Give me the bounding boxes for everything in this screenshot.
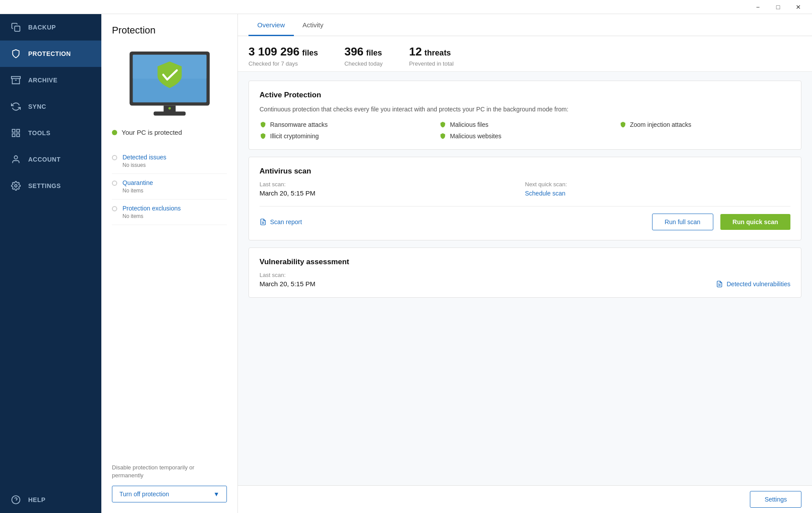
feature-zoom-injection-label: Zoom injection attacks xyxy=(630,121,691,128)
sidebar-item-protection[interactable]: PROTECTION xyxy=(0,41,101,67)
svg-point-16 xyxy=(168,107,171,109)
feature-malicious-websites-label: Malicious websites xyxy=(450,133,501,140)
main-content: Protection xyxy=(101,14,812,513)
sidebar-item-tools[interactable]: TOOLS xyxy=(0,120,101,146)
stat-desc-threats: Prevented in total xyxy=(409,60,453,67)
detected-vulnerabilities-label: Detected vulnerabilities xyxy=(727,280,790,288)
run-quick-scan-button[interactable]: Run quick scan xyxy=(720,214,790,230)
app-container: BACKUP PROTECTION ARCHIVE xyxy=(0,14,812,513)
vuln-report-icon xyxy=(716,280,723,288)
card-divider xyxy=(260,206,790,207)
sidebar-label-help: HELP xyxy=(28,496,45,503)
shield-green-icon-1 xyxy=(260,121,267,128)
quarantine-link[interactable]: Quarantine xyxy=(122,179,153,186)
stat-threats: 12 threats Prevented in total xyxy=(409,45,480,67)
stat-files-7days: 3 109 296 files Checked for 7 days xyxy=(248,45,345,67)
quarantine-item: Quarantine No items xyxy=(112,174,227,199)
stat-unit-threats: threats xyxy=(424,48,451,58)
sidebar-item-help[interactable]: HELP xyxy=(0,487,101,513)
sidebar-label-settings: SETTINGS xyxy=(28,182,61,189)
active-protection-title: Active Protection xyxy=(260,91,790,100)
nav-link-circle-3 xyxy=(112,206,117,211)
active-protection-desc: Continuous protection that checks every … xyxy=(260,105,790,114)
shield-green-icon-4 xyxy=(260,133,267,140)
scan-report-label: Scan report xyxy=(270,218,302,225)
close-button[interactable]: ✕ xyxy=(788,0,808,14)
shield-green-icon-5 xyxy=(439,133,446,140)
sidebar: BACKUP PROTECTION ARCHIVE xyxy=(0,14,101,513)
run-full-scan-button[interactable]: Run full scan xyxy=(652,214,713,230)
svg-rect-4 xyxy=(17,129,19,132)
turn-off-protection-button[interactable]: Turn off protection ▼ xyxy=(112,486,227,502)
scan-actions: Scan report Run full scan Run quick scan xyxy=(260,214,790,230)
stat-desc-7days: Checked for 7 days xyxy=(248,60,318,67)
disable-section: Disable protection temporarily or perman… xyxy=(112,455,227,502)
settings-button[interactable]: Settings xyxy=(750,491,801,508)
tab-overview[interactable]: Overview xyxy=(248,14,294,36)
exclusions-link[interactable]: Protection exclusions xyxy=(122,205,181,212)
shield-icon xyxy=(11,48,21,59)
stat-files-today: 396 files Checked today xyxy=(345,45,409,67)
feature-cryptomining: Illicit cryptomining xyxy=(260,133,430,140)
nav-links: Detected issues No issues Quarantine No … xyxy=(112,148,227,225)
vulnerability-title: Vulnerability assessment xyxy=(260,258,790,266)
stats-row: 3 109 296 files Checked for 7 days 396 f… xyxy=(238,36,812,72)
detected-issues-link[interactable]: Detected issues xyxy=(122,154,167,161)
feature-malicious-files-label: Malicious files xyxy=(450,121,488,128)
svg-point-8 xyxy=(15,185,17,187)
active-protection-card: Active Protection Continuous protection … xyxy=(248,81,801,150)
sidebar-label-backup: BACKUP xyxy=(28,24,56,31)
sidebar-label-account: ACCOUNT xyxy=(28,156,61,163)
stat-number-7days: 3 109 296 xyxy=(248,45,300,59)
sidebar-bottom: HELP xyxy=(0,487,101,513)
nav-link-circle-2 xyxy=(112,181,117,186)
protection-features: Ransomware attacks Malicious files xyxy=(260,121,790,140)
sidebar-item-sync[interactable]: SYNC xyxy=(0,93,101,120)
detected-issues-item: Detected issues No issues xyxy=(112,148,227,174)
stat-unit-7days: files xyxy=(302,48,318,58)
svg-rect-1 xyxy=(11,77,20,79)
svg-rect-15 xyxy=(153,111,185,115)
last-scan-col: Last scan: March 20, 5:15 PM xyxy=(260,181,525,197)
feature-ransomware-label: Ransomware attacks xyxy=(270,121,328,128)
inbox-icon xyxy=(11,75,21,85)
shield-green-icon-2 xyxy=(439,121,446,128)
stat-unit-today: files xyxy=(366,48,382,58)
scan-report-link[interactable]: Scan report xyxy=(260,218,302,225)
stat-number-threats: 12 xyxy=(409,45,422,59)
turn-off-btn-label: Turn off protection xyxy=(119,491,169,498)
schedule-scan-link[interactable]: Schedule scan xyxy=(525,190,566,197)
sidebar-item-account[interactable]: ACCOUNT xyxy=(0,146,101,173)
minimize-button[interactable]: − xyxy=(748,0,768,14)
svg-rect-3 xyxy=(12,129,15,132)
protection-panel: Protection xyxy=(101,14,238,513)
sidebar-label-tools: TOOLS xyxy=(28,129,50,137)
sidebar-label-archive: ARCHIVE xyxy=(28,77,58,84)
feature-malicious-files: Malicious files xyxy=(439,121,610,128)
help-circle-icon xyxy=(11,495,21,505)
next-scan-label: Next quick scan: xyxy=(525,181,791,188)
antivirus-scan-card: Antivirus scan Last scan: March 20, 5:15… xyxy=(248,157,801,240)
sidebar-item-settings[interactable]: SETTINGS xyxy=(0,173,101,199)
sidebar-label-protection: PROTECTION xyxy=(28,50,71,57)
sidebar-item-archive[interactable]: ARCHIVE xyxy=(0,67,101,93)
grid-icon xyxy=(11,128,21,138)
vuln-last-scan-label: Last scan: xyxy=(260,272,315,278)
feature-ransomware: Ransomware attacks xyxy=(260,121,430,128)
detected-vulnerabilities-link[interactable]: Detected vulnerabilities xyxy=(716,280,790,288)
nav-link-circle xyxy=(112,155,117,160)
status-indicator: Your PC is protected xyxy=(112,129,227,136)
maximize-button[interactable]: □ xyxy=(768,0,788,14)
sidebar-item-backup[interactable]: BACKUP xyxy=(0,14,101,41)
antivirus-scan-title: Antivirus scan xyxy=(260,167,790,176)
quarantine-sub: No items xyxy=(122,188,153,194)
report-icon xyxy=(260,218,267,225)
stat-number-today: 396 xyxy=(345,45,363,59)
tab-activity[interactable]: Activity xyxy=(294,14,333,36)
svg-rect-6 xyxy=(12,134,15,137)
title-bar: − □ ✕ xyxy=(0,0,812,14)
scan-info: Last scan: March 20, 5:15 PM Next quick … xyxy=(260,181,790,197)
next-scan-col: Next quick scan: Schedule scan xyxy=(525,181,791,197)
feature-zoom-injection: Zoom injection attacks xyxy=(619,121,790,128)
monitor-graphic xyxy=(126,49,214,120)
